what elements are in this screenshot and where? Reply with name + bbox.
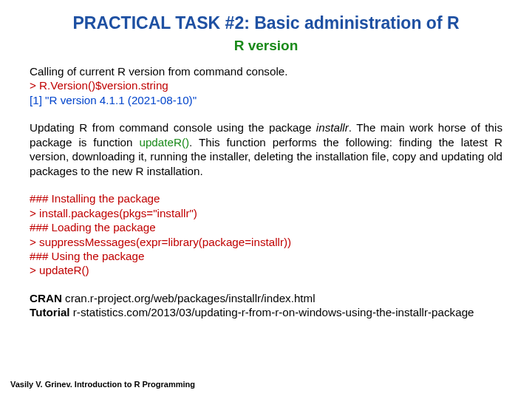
heading-install: ### Installing the package xyxy=(30,191,502,205)
page-title: PRACTICAL TASK #2: Basic administration … xyxy=(30,0,502,33)
slide: PRACTICAL TASK #2: Basic administration … xyxy=(0,0,532,399)
update-paragraph: Updating R from command console using th… xyxy=(30,120,502,178)
cran-line: CRAN cran.r-project.org/web/packages/ins… xyxy=(30,291,502,305)
cran-url: cran.r-project.org/web/packages/installr… xyxy=(62,292,316,304)
body-content: Calling of current R version from comman… xyxy=(30,54,502,320)
heading-use: ### Using the package xyxy=(30,249,502,263)
code-line-install: > install.packages(pkgs="installr") xyxy=(30,206,502,220)
tutorial-line: Tutorial r-statistics.com/2013/03/updati… xyxy=(30,305,502,319)
code-line-load: > suppressMessages(expr=library(package=… xyxy=(30,235,502,249)
intro-paragraph: Calling of current R version from comman… xyxy=(30,64,502,78)
function-updater: updateR() xyxy=(139,136,189,149)
page-subtitle: R version xyxy=(30,33,502,54)
footer-credit: Vasily V. Grinev. Introduction to R Prog… xyxy=(10,380,195,389)
cran-label: CRAN xyxy=(30,292,62,304)
tutorial-url: r-statistics.com/2013/03/updating-r-from… xyxy=(70,306,474,318)
heading-load: ### Loading the package xyxy=(30,220,502,234)
package-name-installr: installr xyxy=(316,121,349,134)
code-line-version: > R.Version()$version.string xyxy=(30,78,502,92)
update-text-a: Updating R from command console using th… xyxy=(30,121,316,134)
tutorial-label: Tutorial xyxy=(30,306,70,318)
code-line-use: > updateR() xyxy=(30,263,502,277)
output-line-version: [1] "R version 4.1.1 (2021-08-10)" xyxy=(30,93,502,107)
